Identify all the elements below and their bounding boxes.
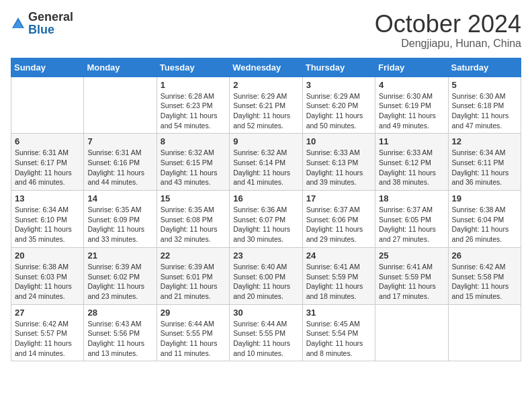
calendar-cell: 6Sunrise: 6:31 AM Sunset: 6:17 PM Daylig… xyxy=(11,134,84,191)
day-detail: Sunrise: 6:33 AM Sunset: 6:12 PM Dayligh… xyxy=(379,148,444,187)
calendar-cell: 23Sunrise: 6:40 AM Sunset: 6:00 PM Dayli… xyxy=(230,247,302,304)
calendar-cell: 4Sunrise: 6:30 AM Sunset: 6:19 PM Daylig… xyxy=(375,77,448,134)
day-number: 17 xyxy=(306,193,371,203)
day-detail: Sunrise: 6:37 AM Sunset: 6:05 PM Dayligh… xyxy=(379,205,444,244)
logo-general: General xyxy=(28,10,73,24)
day-detail: Sunrise: 6:42 AM Sunset: 5:57 PM Dayligh… xyxy=(15,319,80,359)
day-number: 21 xyxy=(87,250,152,261)
calendar-cell: 29Sunrise: 6:44 AM Sunset: 5:55 PM Dayli… xyxy=(157,304,229,361)
day-number: 16 xyxy=(233,193,298,203)
day-detail: Sunrise: 6:44 AM Sunset: 5:55 PM Dayligh… xyxy=(161,319,226,359)
calendar-week-row: 13Sunrise: 6:34 AM Sunset: 6:10 PM Dayli… xyxy=(11,191,521,248)
calendar-cell: 8Sunrise: 6:32 AM Sunset: 6:15 PM Daylig… xyxy=(157,134,229,191)
calendar-cell: 3Sunrise: 6:29 AM Sunset: 6:20 PM Daylig… xyxy=(302,77,375,134)
calendar-cell: 28Sunrise: 6:43 AM Sunset: 5:56 PM Dayli… xyxy=(84,304,157,361)
calendar-cell: 7Sunrise: 6:31 AM Sunset: 6:16 PM Daylig… xyxy=(84,134,157,191)
day-detail: Sunrise: 6:45 AM Sunset: 5:54 PM Dayligh… xyxy=(306,319,371,359)
calendar-cell xyxy=(11,77,84,134)
day-detail: Sunrise: 6:30 AM Sunset: 6:19 PM Dayligh… xyxy=(379,91,444,131)
day-detail: Sunrise: 6:41 AM Sunset: 5:59 PM Dayligh… xyxy=(379,262,444,302)
day-number: 24 xyxy=(306,250,371,261)
calendar-cell: 16Sunrise: 6:36 AM Sunset: 6:07 PM Dayli… xyxy=(230,191,302,248)
calendar-cell: 1Sunrise: 6:28 AM Sunset: 6:23 PM Daylig… xyxy=(157,77,229,134)
calendar-week-row: 6Sunrise: 6:31 AM Sunset: 6:17 PM Daylig… xyxy=(11,134,521,191)
weekday-header-wednesday: Wednesday xyxy=(230,58,302,77)
day-detail: Sunrise: 6:28 AM Sunset: 6:23 PM Dayligh… xyxy=(161,91,226,131)
logo-blue: Blue xyxy=(28,23,54,36)
calendar-cell: 13Sunrise: 6:34 AM Sunset: 6:10 PM Dayli… xyxy=(11,191,84,248)
calendar-cell: 11Sunrise: 6:33 AM Sunset: 6:12 PM Dayli… xyxy=(375,134,448,191)
day-detail: Sunrise: 6:39 AM Sunset: 6:02 PM Dayligh… xyxy=(87,262,152,302)
calendar-cell: 20Sunrise: 6:38 AM Sunset: 6:03 PM Dayli… xyxy=(11,247,84,304)
day-detail: Sunrise: 6:32 AM Sunset: 6:14 PM Dayligh… xyxy=(233,148,298,187)
day-number: 18 xyxy=(379,193,444,203)
calendar-week-row: 1Sunrise: 6:28 AM Sunset: 6:23 PM Daylig… xyxy=(11,77,521,134)
weekday-header-tuesday: Tuesday xyxy=(157,58,229,77)
calendar-cell: 14Sunrise: 6:35 AM Sunset: 6:09 PM Dayli… xyxy=(84,191,157,248)
calendar-cell: 12Sunrise: 6:34 AM Sunset: 6:11 PM Dayli… xyxy=(448,134,521,191)
day-detail: Sunrise: 6:35 AM Sunset: 6:08 PM Dayligh… xyxy=(161,205,226,244)
page-header: General Blue October 2024 Dengjiapu, Hun… xyxy=(11,11,521,50)
day-number: 6 xyxy=(15,136,80,146)
day-detail: Sunrise: 6:31 AM Sunset: 6:17 PM Dayligh… xyxy=(15,148,80,187)
day-detail: Sunrise: 6:29 AM Sunset: 6:20 PM Dayligh… xyxy=(306,91,371,131)
calendar-cell: 22Sunrise: 6:39 AM Sunset: 6:01 PM Dayli… xyxy=(157,247,229,304)
calendar-table: SundayMondayTuesdayWednesdayThursdayFrid… xyxy=(11,58,521,362)
calendar-week-row: 20Sunrise: 6:38 AM Sunset: 6:03 PM Dayli… xyxy=(11,247,521,304)
day-number: 26 xyxy=(452,250,517,261)
title-block: October 2024 Dengjiapu, Hunan, China xyxy=(375,11,521,50)
location-title: Dengjiapu, Hunan, China xyxy=(375,38,521,50)
day-number: 14 xyxy=(87,193,152,203)
day-number: 30 xyxy=(233,308,298,318)
day-detail: Sunrise: 6:32 AM Sunset: 6:15 PM Dayligh… xyxy=(161,148,226,187)
day-number: 2 xyxy=(233,80,298,90)
day-number: 27 xyxy=(15,308,80,318)
day-number: 31 xyxy=(306,308,371,318)
calendar-cell: 21Sunrise: 6:39 AM Sunset: 6:02 PM Dayli… xyxy=(84,247,157,304)
day-number: 8 xyxy=(161,136,226,146)
calendar-cell xyxy=(448,304,521,361)
day-detail: Sunrise: 6:38 AM Sunset: 6:03 PM Dayligh… xyxy=(15,262,80,302)
weekday-header-friday: Friday xyxy=(375,58,448,77)
calendar-cell xyxy=(84,77,157,134)
calendar-cell: 9Sunrise: 6:32 AM Sunset: 6:14 PM Daylig… xyxy=(230,134,302,191)
weekday-header-thursday: Thursday xyxy=(302,58,375,77)
day-number: 10 xyxy=(306,136,371,146)
day-detail: Sunrise: 6:33 AM Sunset: 6:13 PM Dayligh… xyxy=(306,148,371,187)
day-number: 19 xyxy=(452,193,517,203)
day-number: 15 xyxy=(161,193,226,203)
weekday-header-sunday: Sunday xyxy=(11,58,84,77)
calendar-cell xyxy=(375,304,448,361)
calendar-cell: 15Sunrise: 6:35 AM Sunset: 6:08 PM Dayli… xyxy=(157,191,229,248)
day-number: 9 xyxy=(233,136,298,146)
weekday-header-monday: Monday xyxy=(84,58,157,77)
day-detail: Sunrise: 6:34 AM Sunset: 6:11 PM Dayligh… xyxy=(452,148,517,187)
logo-icon xyxy=(11,16,26,31)
calendar-cell: 18Sunrise: 6:37 AM Sunset: 6:05 PM Dayli… xyxy=(375,191,448,248)
day-number: 29 xyxy=(161,308,226,318)
day-detail: Sunrise: 6:36 AM Sunset: 6:07 PM Dayligh… xyxy=(233,205,298,244)
calendar-cell: 10Sunrise: 6:33 AM Sunset: 6:13 PM Dayli… xyxy=(302,134,375,191)
day-number: 13 xyxy=(15,193,80,203)
logo: General Blue xyxy=(11,11,73,36)
calendar-cell: 25Sunrise: 6:41 AM Sunset: 5:59 PM Dayli… xyxy=(375,247,448,304)
day-detail: Sunrise: 6:42 AM Sunset: 5:58 PM Dayligh… xyxy=(452,262,517,302)
calendar-cell: 5Sunrise: 6:30 AM Sunset: 6:18 PM Daylig… xyxy=(448,77,521,134)
day-detail: Sunrise: 6:41 AM Sunset: 5:59 PM Dayligh… xyxy=(306,262,371,302)
weekday-header-row: SundayMondayTuesdayWednesdayThursdayFrid… xyxy=(11,58,521,77)
day-number: 12 xyxy=(452,136,517,146)
calendar-cell: 17Sunrise: 6:37 AM Sunset: 6:06 PM Dayli… xyxy=(302,191,375,248)
day-detail: Sunrise: 6:40 AM Sunset: 6:00 PM Dayligh… xyxy=(233,262,298,302)
day-number: 3 xyxy=(306,80,371,90)
day-number: 28 xyxy=(87,308,152,318)
day-detail: Sunrise: 6:39 AM Sunset: 6:01 PM Dayligh… xyxy=(161,262,226,302)
calendar-cell: 24Sunrise: 6:41 AM Sunset: 5:59 PM Dayli… xyxy=(302,247,375,304)
day-detail: Sunrise: 6:34 AM Sunset: 6:10 PM Dayligh… xyxy=(15,205,80,244)
day-detail: Sunrise: 6:35 AM Sunset: 6:09 PM Dayligh… xyxy=(87,205,152,244)
month-title: October 2024 xyxy=(375,11,521,38)
calendar-cell: 30Sunrise: 6:44 AM Sunset: 5:55 PM Dayli… xyxy=(230,304,302,361)
day-number: 5 xyxy=(452,80,517,90)
day-number: 4 xyxy=(379,80,444,90)
day-detail: Sunrise: 6:30 AM Sunset: 6:18 PM Dayligh… xyxy=(452,91,517,131)
day-detail: Sunrise: 6:31 AM Sunset: 6:16 PM Dayligh… xyxy=(87,148,152,187)
